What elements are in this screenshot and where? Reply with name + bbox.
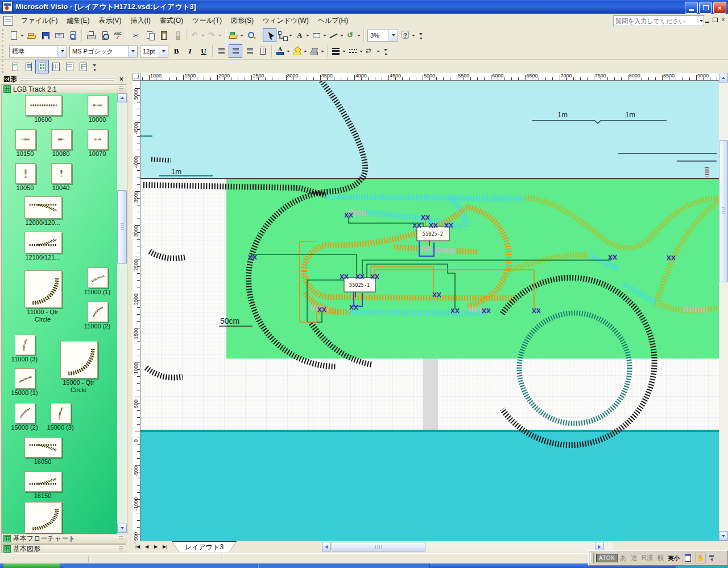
custom-properties-button[interactable] [63, 60, 76, 73]
search-shapes-button[interactable] [245, 28, 258, 42]
style-combo[interactable]: 標準 [9, 46, 67, 57]
menu-format[interactable]: 書式(O) [155, 15, 188, 26]
line-weight-button[interactable] [330, 44, 347, 58]
paste-button[interactable] [157, 28, 171, 42]
ime-mode-0[interactable]: あ [620, 554, 627, 562]
shape-box-55025-2[interactable]: 55025-2 [417, 227, 449, 241]
scroll-up-button[interactable] [117, 93, 127, 102]
line-tool-button[interactable] [328, 28, 345, 42]
ime-mode-3[interactable]: 般 [657, 554, 664, 562]
distribute-button[interactable] [256, 44, 270, 58]
line-ends-button[interactable] [364, 44, 381, 58]
stencil-thumb[interactable] [15, 129, 36, 150]
stencil-thumb[interactable] [15, 163, 36, 184]
size-combo[interactable]: 12pt [140, 46, 168, 57]
align-right-button[interactable] [242, 44, 256, 58]
chevron-down-icon[interactable] [388, 30, 398, 41]
stencil-thumb[interactable] [24, 270, 62, 308]
last-page-button[interactable]: ▶| [160, 542, 169, 551]
ime-hand-icon[interactable] [695, 553, 706, 563]
stencil-thumb[interactable] [88, 267, 108, 288]
underline-button[interactable]: U [197, 44, 210, 58]
redo-button[interactable] [206, 28, 223, 42]
menu-insert[interactable]: 挿入(I) [126, 15, 155, 26]
stencil-thumb[interactable] [24, 502, 62, 533]
new-page-button[interactable] [8, 60, 22, 73]
ime-collapse-icon[interactable] [710, 558, 713, 561]
save-button[interactable] [39, 28, 52, 42]
first-page-button[interactable]: |◀ [133, 542, 142, 551]
copy-button[interactable] [143, 28, 157, 42]
chevron-down-icon[interactable] [159, 46, 168, 57]
stencil-thumb[interactable] [24, 196, 62, 219]
stencil-scrollbar[interactable] [117, 93, 127, 534]
menu-tools[interactable]: ツール(T) [188, 15, 226, 26]
toolbar-options-icon[interactable] [417, 28, 424, 42]
toolbar-handle[interactable] [2, 60, 6, 73]
new-button[interactable] [8, 28, 25, 42]
stencil-bar-lgb[interactable]: LGB Track 2.1 [1, 84, 126, 94]
stencil-thumb[interactable] [60, 341, 98, 378]
align-center-button[interactable] [229, 44, 242, 58]
help-button[interactable] [399, 28, 416, 42]
highlight-button[interactable] [291, 44, 308, 58]
rectangle-tool-button[interactable] [311, 28, 328, 42]
mdi-close-button[interactable]: × [719, 16, 727, 23]
undo-button[interactable] [189, 28, 206, 42]
toolbar-handle[interactable] [2, 29, 6, 42]
restore-button[interactable] [699, 2, 712, 14]
ime-mode-1[interactable]: 連 [631, 554, 638, 562]
ime-minimize-icon[interactable] [709, 555, 714, 557]
find-file-button[interactable] [66, 28, 80, 42]
spelling-button[interactable] [111, 28, 125, 42]
stencil-thumb[interactable] [24, 471, 62, 492]
cut-button[interactable] [130, 28, 143, 42]
question-input[interactable] [614, 16, 698, 26]
question-box[interactable] [613, 15, 704, 26]
stencil-thumb[interactable] [88, 95, 108, 116]
stencil-thumb[interactable] [15, 335, 35, 355]
print-preview-button[interactable] [98, 28, 111, 42]
scroll-left-button[interactable] [322, 542, 331, 551]
toolbar-options-icon[interactable] [91, 60, 98, 73]
font-color-button[interactable] [274, 44, 291, 58]
mail-button[interactable] [52, 28, 66, 42]
minimize-button[interactable] [685, 2, 698, 14]
prev-page-button[interactable]: ◀ [142, 542, 151, 551]
stencil-thumb[interactable] [51, 129, 72, 150]
stencil-thumb[interactable] [24, 232, 62, 253]
vertical-scrollbar[interactable] [719, 73, 728, 541]
menu-help[interactable]: ヘルプ(H) [313, 15, 353, 26]
chevron-down-icon[interactable] [128, 46, 137, 57]
ime-mode-eisu[interactable]: 英小 [668, 554, 680, 562]
zoom-combo[interactable]: 3% [367, 30, 398, 42]
format-painter-button[interactable] [171, 28, 184, 42]
fill-color-button[interactable] [308, 44, 325, 58]
italic-button[interactable]: I [183, 44, 197, 58]
line-pattern-button[interactable] [347, 44, 364, 58]
toolbar-options-icon[interactable] [382, 44, 389, 58]
stencil-scroll-thumb[interactable] [117, 190, 127, 264]
panel-grip[interactable] [20, 77, 114, 81]
horizontal-scroll-thumb[interactable] [332, 542, 425, 551]
ime-grip[interactable] [590, 553, 594, 563]
tab-layout3[interactable]: レイアウト3 [172, 541, 237, 552]
bold-button[interactable]: B [169, 44, 183, 58]
connector-tool-button[interactable] [276, 28, 293, 42]
stencil-thumb[interactable] [51, 403, 71, 423]
open-button[interactable] [25, 28, 39, 42]
open-stencil-button[interactable] [228, 28, 245, 42]
stencil-thumb[interactable] [24, 437, 62, 458]
shapes-window-button[interactable] [35, 60, 49, 73]
ime-mode-2[interactable]: R漢 [642, 554, 653, 562]
menu-file[interactable]: ファイル(F) [16, 15, 62, 26]
start-button[interactable] [3, 563, 60, 568]
align-left-button[interactable] [215, 44, 229, 58]
stencil-thumb[interactable] [51, 163, 72, 184]
stencil-thumb[interactable] [88, 129, 108, 150]
rotate-tool-button[interactable] [345, 28, 362, 42]
chevron-down-icon[interactable] [57, 46, 67, 57]
pan-zoom-window-button[interactable] [49, 60, 63, 73]
print-button[interactable] [84, 28, 98, 42]
font-combo[interactable]: MS Pゴシック [69, 46, 138, 57]
